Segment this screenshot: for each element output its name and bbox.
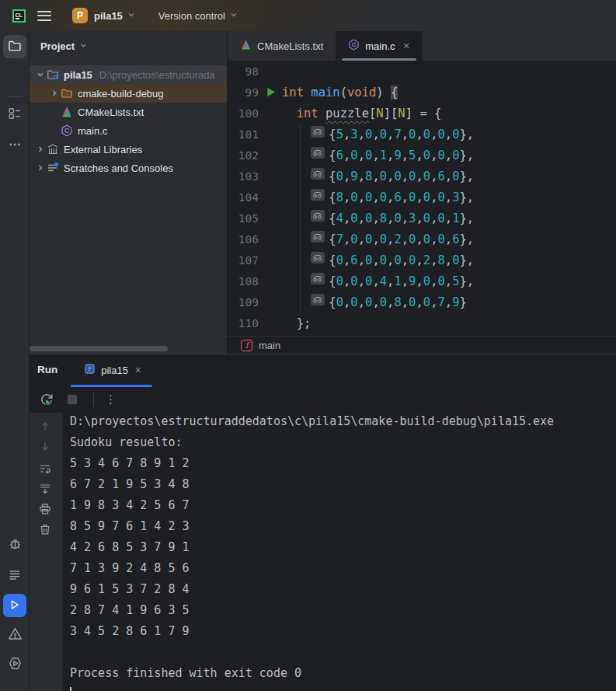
project-toolwindow-header[interactable]: Project: [30, 31, 227, 61]
code-line-99[interactable]: 99int main(void) {: [228, 82, 616, 103]
run-toolwindow-button[interactable]: [3, 594, 26, 617]
tree-row-scratches-and-consoles[interactable]: Scratches and Consoles: [30, 159, 227, 177]
code-text: {8,0,0,0,6,0,0,0,3},: [282, 189, 474, 206]
close-icon[interactable]: ✕: [134, 365, 141, 375]
structure-toolwindow-button[interactable]: [3, 103, 26, 126]
console-line: [70, 645, 616, 666]
close-icon[interactable]: ✕: [403, 41, 410, 51]
clear-console-button[interactable]: [37, 522, 53, 537]
inlay-hint-icon[interactable]: [311, 168, 325, 183]
tab-cmakelists[interactable]: CMakeLists.txt: [228, 31, 336, 61]
stop-button[interactable]: [65, 393, 79, 407]
rerun-button[interactable]: [39, 392, 54, 407]
inlay-hint-icon[interactable]: [311, 147, 325, 162]
c-file-icon: C: [348, 39, 360, 53]
code-line-110[interactable]: 110 };: [228, 312, 616, 333]
run-main-gutter-icon[interactable]: [259, 86, 282, 98]
project-widget[interactable]: pila15: [94, 10, 123, 22]
console-line: 2 8 7 4 1 9 6 3 5: [70, 603, 616, 624]
more-options-icon[interactable]: ⋮: [105, 393, 117, 407]
problems-triangle-icon: [8, 626, 23, 644]
inlay-hint-icon[interactable]: [311, 126, 325, 141]
chevron-down-icon: [127, 10, 136, 22]
chevron-right-icon[interactable]: [34, 145, 47, 154]
inlay-hint-icon[interactable]: [311, 294, 325, 309]
list-lines-icon: [8, 568, 22, 585]
chevron-right-icon[interactable]: [48, 89, 61, 98]
tree-label: pila15: [64, 69, 92, 81]
line-number: 100: [228, 107, 259, 120]
tab-main-c[interactable]: C main.c ✕: [336, 31, 423, 61]
inlay-hint-icon[interactable]: [311, 189, 325, 204]
prev-occurrence-button[interactable]: [37, 419, 53, 434]
code-text: {0,0,0,4,1,9,0,0,5},: [282, 273, 474, 290]
c-file-icon: C: [61, 124, 73, 137]
tree-label: Scratches and Consoles: [64, 162, 173, 174]
structure-icon: [8, 106, 22, 123]
run-toolwindow-title: Run: [37, 364, 57, 375]
services-icon: [8, 656, 23, 673]
vcs-widget[interactable]: Version control: [158, 10, 225, 22]
console-line: 4 2 6 8 5 3 7 9 1: [70, 540, 616, 561]
tree-row-external-libraries[interactable]: External Libraries: [30, 140, 227, 159]
project-toolwindow-button[interactable]: [3, 35, 26, 58]
code-line-100[interactable]: 100 int puzzle[N][N] = {: [228, 103, 616, 124]
code-line-102[interactable]: 102 {6,0,0,1,9,5,0,0,0},: [228, 145, 616, 166]
main-menu-icon[interactable]: [37, 11, 51, 21]
horizontal-scrollbar[interactable]: [30, 346, 168, 351]
console-output[interactable]: D:\proyectos\estructuraddedatos\c\pila15…: [70, 414, 616, 691]
cmake-icon: [240, 39, 252, 53]
problems-toolwindow-button[interactable]: [3, 623, 26, 647]
line-number: 110: [228, 317, 259, 330]
inlay-hint-icon[interactable]: [311, 273, 325, 288]
code-line-105[interactable]: 105 {4,0,0,8,0,3,0,0,1},: [228, 208, 616, 229]
console-line: 8 5 9 7 6 1 4 2 3: [70, 519, 616, 540]
code-text: {0,6,0,0,0,0,2,8,0},: [282, 252, 474, 269]
next-occurrence-button[interactable]: [37, 438, 53, 454]
code-line-103[interactable]: 103 {0,9,8,0,0,0,0,6,0},: [228, 166, 616, 187]
console-line: 6 7 2 1 9 5 3 4 8: [70, 477, 616, 498]
console-caret: [70, 687, 71, 691]
code-text: };: [282, 316, 311, 330]
console-line: 3 4 5 2 8 6 1 7 9: [70, 624, 616, 645]
more-icon: ⋯: [9, 137, 21, 152]
scroll-to-end-button[interactable]: [37, 481, 53, 497]
code-line-107[interactable]: 107 {0,6,0,0,0,0,2,8,0},: [228, 250, 616, 270]
code-line-101[interactable]: 101 {5,3,0,0,7,0,0,0,0},: [228, 124, 616, 145]
soft-wrap-button[interactable]: [37, 461, 53, 476]
divider: [93, 393, 94, 407]
chevron-right-icon[interactable]: [34, 163, 47, 173]
chevron-down-icon[interactable]: [34, 70, 47, 79]
services-toolwindow-button[interactable]: [3, 653, 26, 676]
line-number: 102: [228, 149, 259, 162]
todo-toolwindow-button[interactable]: [3, 564, 26, 588]
print-button[interactable]: [37, 501, 53, 517]
project-avatar[interactable]: P: [72, 8, 88, 23]
console-line: 1 9 8 3 4 2 5 6 7: [70, 498, 616, 519]
indent-guide: [300, 124, 301, 312]
chevron-down-icon: [229, 10, 238, 22]
run-tab-pila15[interactable]: pila15 ✕: [77, 364, 149, 387]
project-toolwindow: Project pila15D:\proyectos\estructuradac…: [30, 31, 228, 354]
tree-label: main.c: [78, 125, 107, 137]
run-tab-label: pila15: [101, 365, 128, 376]
inlay-hint-icon[interactable]: [311, 210, 325, 225]
code-editor[interactable]: 9899int main(void) {100 int puzzle[N][N]…: [228, 61, 616, 336]
inlay-hint-icon[interactable]: [311, 252, 325, 267]
debug-toolwindow-button[interactable]: [3, 533, 26, 557]
line-number: 98: [228, 65, 259, 78]
tree-row-main-c[interactable]: Cmain.c: [30, 121, 227, 140]
tree-row-cmakelists-txt[interactable]: CMakeLists.txt: [30, 103, 227, 121]
breadcrumb-item[interactable]: main: [259, 340, 280, 351]
code-line-106[interactable]: 106 {7,0,0,0,2,0,0,0,6},: [228, 229, 616, 250]
console-line: 7 1 3 9 2 4 8 5 6: [70, 561, 616, 582]
inlay-hint-icon[interactable]: [311, 231, 325, 246]
more-toolwindows-button[interactable]: ⋯: [3, 132, 26, 155]
code-line-109[interactable]: 109 {0,0,0,0,8,0,0,7,9}: [228, 291, 616, 312]
code-line-104[interactable]: 104 {8,0,0,0,6,0,0,0,3},: [228, 187, 616, 208]
tree-row-pila15[interactable]: pila15D:\proyectos\estructurada: [30, 65, 227, 84]
code-line-98[interactable]: 98: [228, 61, 616, 82]
tree-row-cmake-build-debug[interactable]: cmake-build-debug: [30, 84, 227, 103]
code-line-108[interactable]: 108 {0,0,0,4,1,9,0,0,5},: [228, 270, 616, 291]
console-line: Process finished with exit code 0: [70, 666, 616, 687]
